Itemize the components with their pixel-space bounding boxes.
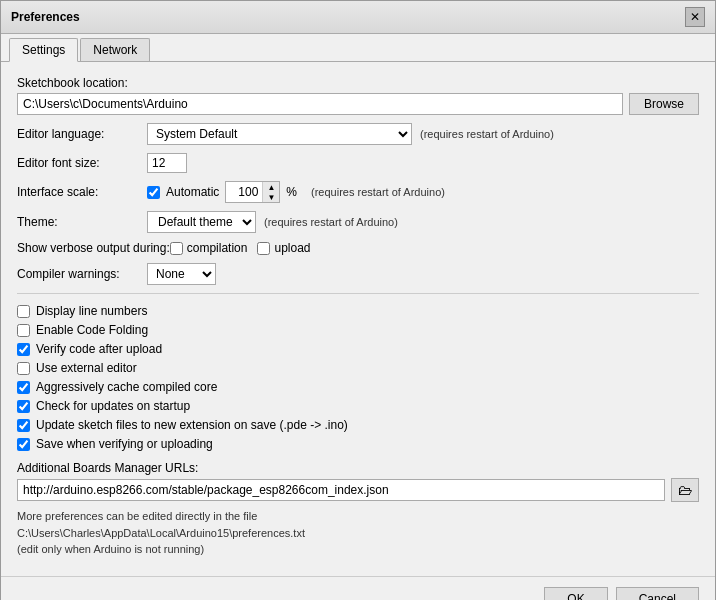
title-bar: Preferences ✕ (1, 1, 715, 34)
additional-boards-row: 🗁 (17, 478, 699, 502)
checkbox-verify-code: Verify code after upload (17, 342, 699, 356)
editor-font-size-label: Editor font size: (17, 156, 147, 170)
sketchbook-input[interactable] (17, 93, 623, 115)
divider (17, 293, 699, 294)
display-line-numbers-checkbox[interactable] (17, 305, 30, 318)
update-extension-checkbox[interactable] (17, 419, 30, 432)
theme-label: Theme: (17, 215, 147, 229)
spinbox-buttons: ▲ ▼ (262, 182, 279, 202)
save-on-verify-label: Save when verifying or uploading (36, 437, 213, 451)
theme-row: Theme: Default theme (requires restart o… (17, 211, 699, 233)
code-folding-label: Enable Code Folding (36, 323, 148, 337)
checkbox-group: Display line numbers Enable Code Folding… (17, 304, 699, 451)
editor-language-select[interactable]: System Default English German French Spa… (147, 123, 412, 145)
checkbox-update-extension: Update sketch files to new extension on … (17, 418, 699, 432)
editor-language-row: Editor language: System Default English … (17, 123, 699, 145)
sketchbook-row: Browse (17, 93, 699, 115)
external-editor-checkbox[interactable] (17, 362, 30, 375)
external-editor-label: Use external editor (36, 361, 137, 375)
sketchbook-section: Sketchbook location: Browse (17, 76, 699, 115)
code-folding-checkbox[interactable] (17, 324, 30, 337)
scale-down-button[interactable]: ▼ (263, 192, 279, 202)
interface-scale-row: Interface scale: Automatic ▲ ▼ % (requir… (17, 181, 699, 203)
auto-scale-checkbox[interactable] (147, 186, 160, 199)
info-section: More preferences can be edited directly … (17, 508, 699, 558)
ok-button[interactable]: OK (544, 587, 607, 601)
additional-boards-section: Additional Boards Manager URLs: 🗁 (17, 461, 699, 502)
save-on-verify-checkbox[interactable] (17, 438, 30, 451)
interface-scale-label: Interface scale: (17, 185, 147, 199)
sketchbook-label: Sketchbook location: (17, 76, 699, 90)
editor-font-size-input[interactable] (147, 153, 187, 173)
cache-compiled-checkbox[interactable] (17, 381, 30, 394)
info-line2: C:\Users\Charles\AppData\Local\Arduino15… (17, 525, 699, 542)
compiler-warnings-row: Compiler warnings: None Default More All (17, 263, 699, 285)
scale-input[interactable] (226, 182, 262, 202)
verbose-row: Show verbose output during: compilation … (17, 241, 699, 255)
verbose-upload: upload (257, 241, 310, 255)
info-line3: (edit only when Arduino is not running) (17, 541, 699, 558)
tab-settings[interactable]: Settings (9, 38, 78, 62)
scale-up-button[interactable]: ▲ (263, 182, 279, 192)
auto-scale-label: Automatic (166, 185, 219, 199)
editor-font-size-row: Editor font size: (17, 153, 699, 173)
interface-scale-hint: (requires restart of Arduino) (311, 186, 445, 198)
verbose-controls: compilation upload (170, 241, 311, 255)
display-line-numbers-label: Display line numbers (36, 304, 147, 318)
upload-label: upload (274, 241, 310, 255)
update-extension-label: Update sketch files to new extension on … (36, 418, 348, 432)
checkbox-display-line-numbers: Display line numbers (17, 304, 699, 318)
checkbox-code-folding: Enable Code Folding (17, 323, 699, 337)
checkbox-external-editor: Use external editor (17, 361, 699, 375)
editor-language-hint: (requires restart of Arduino) (420, 128, 554, 140)
tab-network[interactable]: Network (80, 38, 150, 61)
compiler-warnings-label: Compiler warnings: (17, 267, 147, 281)
verbose-compilation: compilation (170, 241, 248, 255)
verify-code-checkbox[interactable] (17, 343, 30, 356)
check-updates-checkbox[interactable] (17, 400, 30, 413)
settings-content: Sketchbook location: Browse Editor langu… (1, 62, 715, 572)
verbose-label: Show verbose output during: (17, 241, 170, 255)
checkbox-cache-compiled: Aggressively cache compiled core (17, 380, 699, 394)
cancel-button[interactable]: Cancel (616, 587, 699, 601)
compilation-label: compilation (187, 241, 248, 255)
close-button[interactable]: ✕ (685, 7, 705, 27)
additional-boards-label: Additional Boards Manager URLs: (17, 461, 699, 475)
interface-scale-controls: Automatic ▲ ▼ % (requires restart of Ard… (147, 181, 445, 203)
upload-checkbox[interactable] (257, 242, 270, 255)
compilation-checkbox[interactable] (170, 242, 183, 255)
verify-code-label: Verify code after upload (36, 342, 162, 356)
browse-button[interactable]: Browse (629, 93, 699, 115)
theme-hint: (requires restart of Arduino) (264, 216, 398, 228)
info-line1: More preferences can be edited directly … (17, 508, 699, 525)
preferences-dialog: Preferences ✕ Settings Network Sketchboo… (0, 0, 716, 600)
footer: OK Cancel (1, 576, 715, 601)
theme-select[interactable]: Default theme (147, 211, 256, 233)
dialog-title: Preferences (11, 10, 80, 24)
additional-boards-input[interactable] (17, 479, 665, 501)
scale-spinbox: ▲ ▼ (225, 181, 280, 203)
folder-icon-button[interactable]: 🗁 (671, 478, 699, 502)
check-updates-label: Check for updates on startup (36, 399, 190, 413)
checkbox-save-on-verify: Save when verifying or uploading (17, 437, 699, 451)
editor-language-label: Editor language: (17, 127, 147, 141)
compiler-warnings-select[interactable]: None Default More All (147, 263, 216, 285)
tab-bar: Settings Network (1, 34, 715, 62)
percent-label: % (286, 185, 297, 199)
checkbox-check-updates: Check for updates on startup (17, 399, 699, 413)
cache-compiled-label: Aggressively cache compiled core (36, 380, 217, 394)
folder-icon: 🗁 (678, 482, 692, 498)
